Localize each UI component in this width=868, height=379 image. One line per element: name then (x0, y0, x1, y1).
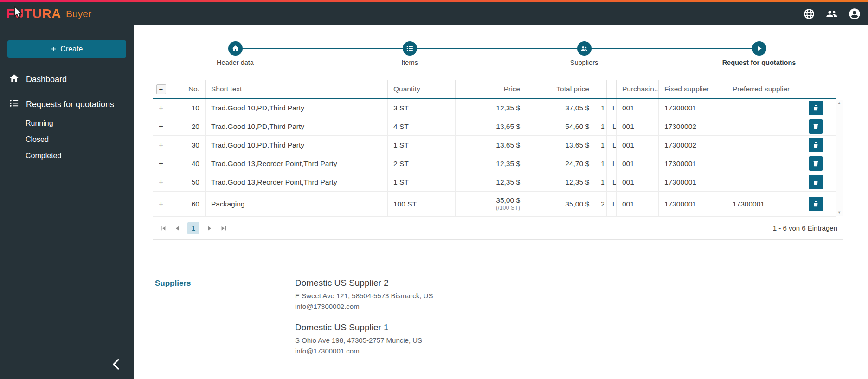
row-expand-button[interactable]: + (159, 159, 163, 168)
table-row[interactable]: +20Trad.Good 10,PD,Third Party4 ST13,65 … (153, 117, 836, 136)
cell-expand: + (153, 99, 169, 117)
scroll-up-icon[interactable]: ▲ (837, 101, 842, 105)
column-header-price[interactable]: Price (456, 80, 526, 99)
cell-purchasing_group: 001 (617, 117, 659, 136)
table-header-row: +No.Short textQuantityPriceTotal pricePu… (153, 80, 836, 99)
column-header-total_price[interactable]: Total price (526, 80, 595, 99)
delete-row-button[interactable] (809, 175, 823, 189)
table-row[interactable]: +30Trad.Good 10,PD,Third Party1 ST13,65 … (153, 136, 836, 154)
cell-price: 35,00 $(/100 ST) (456, 192, 526, 217)
top-bar: FUTURA Buyer (0, 0, 868, 25)
last-page-button[interactable] (217, 221, 231, 235)
sidebar-nav: Dashboard Requests for quotations Runnin… (0, 69, 134, 164)
cell-purchasing_group: 001 (617, 136, 659, 154)
table-row[interactable]: +50Trad.Good 13,Reorder Point,Thrd Party… (153, 173, 836, 192)
cell-actions (796, 192, 836, 217)
column-header-preferred_supplier[interactable]: Preferred supplier (727, 80, 796, 99)
app-logo: FUTURA Buyer (6, 2, 91, 25)
people-icon[interactable] (577, 41, 592, 56)
delete-row-button[interactable] (809, 138, 823, 152)
cell-preferred_supplier (727, 117, 796, 136)
vertical-scrollbar[interactable]: ▲ ▼ (836, 100, 843, 216)
cell-total_price: 13,65 $ (526, 136, 595, 154)
next-page-button[interactable] (203, 221, 217, 235)
column-header-fixed_supplier[interactable]: Fixed supplier (659, 80, 727, 99)
pager-info: 1 - 6 von 6 Einträgen (773, 224, 843, 232)
cell-c2: L (607, 117, 617, 136)
cell-purchasing_group: 001 (617, 192, 659, 217)
cell-actions (796, 99, 836, 117)
table-row[interactable]: +40Trad.Good 13,Reorder Point,Thrd Party… (153, 154, 836, 173)
row-expand-button[interactable]: + (159, 199, 163, 209)
cell-actions (796, 136, 836, 154)
plus-icon: + (51, 45, 57, 54)
row-expand-button[interactable]: + (159, 178, 163, 187)
supplier-address: E Sweet Ave 121, 58504-5573 Bismarck, US (295, 290, 433, 301)
delete-row-button[interactable] (809, 197, 823, 211)
sidebar-item-dashboard[interactable]: Dashboard (0, 69, 134, 90)
cell-no: 30 (169, 136, 206, 154)
column-header-purchasing_group[interactable]: Purchasin... (617, 80, 659, 99)
trash-icon (812, 141, 819, 148)
home-icon[interactable] (228, 41, 243, 56)
cell-actions (796, 173, 836, 192)
collapse-sidebar-button[interactable] (109, 357, 123, 373)
delete-row-button[interactable] (809, 156, 823, 171)
cell-preferred_supplier (727, 154, 796, 173)
table-row[interactable]: +10Trad.Good 10,PD,Third Party3 ST12,35 … (153, 99, 836, 117)
users-icon[interactable] (825, 7, 839, 21)
cell-quantity: 1 ST (388, 136, 456, 154)
account-icon[interactable] (848, 7, 862, 21)
list-icon (9, 98, 19, 111)
column-header-c1 (595, 80, 607, 99)
cell-total_price: 24,70 $ (526, 154, 595, 173)
supplier-list: Domestic US Supplier 2E Sweet Ave 121, 5… (295, 278, 433, 356)
cell-c1: 2 (595, 192, 607, 217)
delete-row-button[interactable] (809, 101, 823, 115)
prev-icon (174, 225, 180, 231)
cell-quantity: 2 ST (388, 154, 456, 173)
sidebar-item-label: Dashboard (26, 75, 67, 84)
sidebar-item-running[interactable]: Running (0, 115, 134, 131)
trash-icon (812, 160, 819, 167)
stepper-connector-line (235, 48, 759, 49)
delete-row-button[interactable] (809, 119, 823, 134)
first-page-button[interactable] (156, 221, 170, 235)
column-header-quantity[interactable]: Quantity (388, 80, 456, 99)
cell-preferred_supplier (727, 136, 796, 154)
next-icon (206, 225, 213, 231)
cell-no: 10 (169, 99, 206, 117)
cell-no: 20 (169, 117, 206, 136)
expand-all-button[interactable]: + (156, 84, 166, 94)
globe-icon[interactable] (802, 7, 816, 21)
sidebar-item-requests-for-quotations[interactable]: Requests for quotations (0, 94, 134, 115)
first-icon (160, 225, 167, 231)
create-button[interactable]: + Create (7, 40, 126, 58)
cell-c2: L (607, 154, 617, 173)
trash-icon (812, 200, 819, 207)
cell-short_text: Trad.Good 10,PD,Third Party (206, 136, 388, 154)
sidebar-item-closed[interactable]: Closed (0, 131, 134, 148)
column-header-no[interactable]: No. (169, 80, 206, 99)
cell-preferred_supplier (727, 173, 796, 192)
cell-preferred_supplier: 17300001 (727, 192, 796, 217)
play-icon[interactable] (752, 41, 766, 56)
column-header-short_text[interactable]: Short text (206, 80, 388, 99)
list-icon[interactable] (403, 41, 417, 56)
topbar-icons (802, 2, 862, 25)
row-expand-button[interactable]: + (159, 122, 163, 131)
table-row[interactable]: +60Packaging100 ST35,00 $(/100 ST)35,00 … (153, 192, 836, 217)
cell-c1: 1 (595, 136, 607, 154)
brand-name: FUTURA (6, 6, 61, 21)
sidebar-item-completed[interactable]: Completed (0, 148, 134, 164)
cell-fixed_supplier: 17300002 (659, 117, 727, 136)
suppliers-section: Suppliers Domestic US Supplier 2E Sweet … (155, 278, 843, 356)
cell-price: 12,35 $ (456, 173, 526, 192)
scroll-down-icon[interactable]: ▼ (837, 211, 842, 215)
cell-c1: 1 (595, 99, 607, 117)
trash-icon (812, 123, 819, 130)
row-expand-button[interactable]: + (159, 103, 163, 113)
current-page-button[interactable]: 1 (187, 222, 199, 234)
previous-page-button[interactable] (170, 221, 184, 235)
row-expand-button[interactable]: + (159, 141, 163, 150)
